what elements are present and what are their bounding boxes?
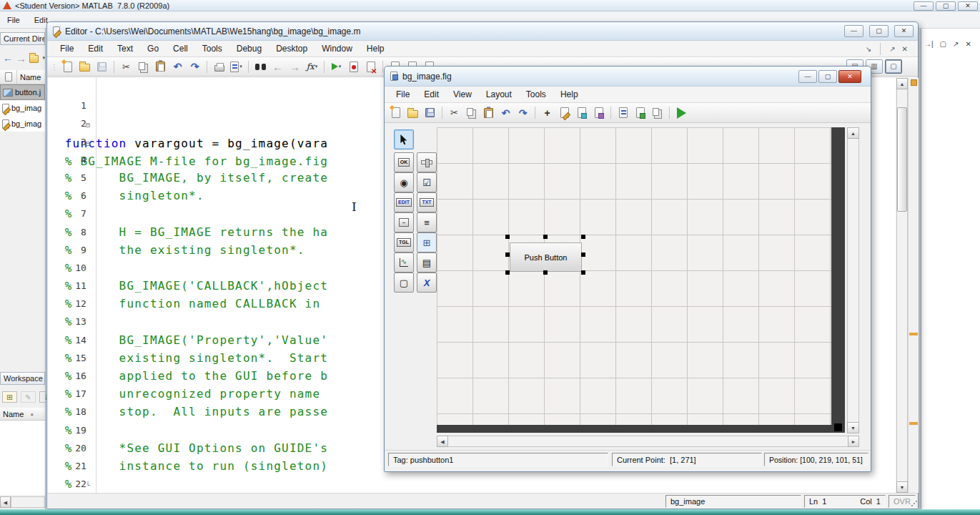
selection-handle-n[interactable] [543, 235, 548, 239]
panel-maximize-icon[interactable]: ▢ [940, 40, 946, 48]
save-file-button[interactable] [94, 59, 109, 74]
guide-save-button[interactable] [422, 105, 437, 120]
static-text-tool[interactable]: TXT [417, 192, 437, 212]
slider-tool[interactable] [417, 152, 437, 172]
panel-close-icon[interactable]: ✕ [965, 40, 971, 48]
folder-caret-icon[interactable]: ▾ [42, 55, 45, 61]
set-breakpoint-button[interactable] [346, 59, 361, 74]
editor-menu-text[interactable]: Text [110, 41, 140, 56]
guide-paste-button[interactable] [481, 105, 496, 120]
run-button[interactable]: ▾ [329, 59, 344, 74]
code-line[interactable]: 23 % Edit the above text to modify the r… [48, 474, 896, 492]
guide-copy-button[interactable] [464, 105, 479, 120]
selection-handle-nw[interactable] [505, 235, 510, 239]
guide-menu-layout[interactable]: Layout [479, 87, 519, 102]
undo-button[interactable]: ↶ [170, 59, 185, 74]
push-button-selection[interactable]: Push Button [508, 237, 583, 273]
editor-dock-icon[interactable]: ↘ [866, 45, 871, 53]
open-file-button[interactable] [77, 59, 92, 74]
selection-handle-e[interactable] [581, 252, 585, 257]
panel-undock-icon[interactable]: ↗ [953, 40, 959, 48]
editor-menu-cell[interactable]: Cell [166, 41, 195, 56]
listbox-tool[interactable]: ≡ [417, 212, 437, 232]
panel-tool[interactable]: ▤ [417, 252, 437, 273]
popup-menu-tool[interactable]: – [394, 212, 414, 232]
edit-text-tool[interactable]: EDIT [394, 192, 414, 212]
select-tool[interactable] [394, 129, 414, 149]
print-preview-button[interactable]: ▾ [229, 59, 244, 74]
guide-layout-canvas[interactable] [437, 127, 831, 425]
object-browser-button[interactable] [650, 105, 665, 120]
go-forward-button[interactable]: → [287, 59, 302, 74]
editor-undock-icon[interactable]: ↗ [889, 45, 895, 53]
canvas-scroll-right[interactable]: ► [848, 436, 859, 447]
file-list-item[interactable]: button.j [0, 84, 45, 100]
editor-scroll-down[interactable]: ▼ [896, 481, 908, 493]
warning-marker-2[interactable] [909, 422, 918, 425]
guide-undo-button[interactable]: ↶ [498, 105, 513, 120]
function-hints-button[interactable]: ƒx ▾ [305, 59, 320, 74]
axes-tool[interactable]: ∿ [394, 252, 414, 273]
canvas-scroll-left[interactable]: ◀ [437, 436, 448, 447]
redo-button[interactable]: ↷ [187, 59, 202, 74]
name-column-header[interactable]: Name [17, 73, 41, 82]
editor-maximize-button[interactable]: ▢ [869, 25, 889, 37]
print-button[interactable] [212, 59, 227, 74]
editor-menu-edit[interactable]: Edit [81, 41, 110, 56]
canvas-scroll-up[interactable]: ▲ [847, 127, 859, 139]
guide-menu-file[interactable]: File [389, 87, 417, 102]
guide-new-button[interactable] [388, 105, 403, 120]
editor-scrollbar-track[interactable]: ▲ ▼ [896, 78, 908, 493]
main-menu-file[interactable]: File [0, 14, 27, 26]
table-tool[interactable]: ⊞ [417, 232, 437, 252]
editor-scroll-up[interactable]: ▲ [896, 78, 908, 89]
mfile-editor-button[interactable] [615, 105, 630, 120]
editor-menu-window[interactable]: Window [315, 41, 360, 56]
panel-dock-icon[interactable]: →| [924, 40, 934, 48]
canvas-vscroll-track[interactable]: ▲ ▼ [847, 127, 859, 433]
matlab-main-titlebar[interactable]: <Student Version> MATLAB 7.8.0 (R2009a) [0, 0, 980, 11]
clear-breakpoints-button[interactable] [363, 59, 378, 74]
radio-button-tool[interactable]: ◉ [394, 172, 414, 192]
workspace-list[interactable] [0, 421, 45, 495]
selection-handle-sw[interactable] [505, 270, 510, 275]
guide-maximize-button[interactable]: ▢ [818, 70, 837, 83]
guide-menu-help[interactable]: Help [553, 87, 585, 102]
editor-doc-close-icon[interactable]: ✕ [902, 45, 908, 53]
current-directory-header[interactable]: Current Dire [0, 32, 45, 45]
checkbox-tool[interactable]: ☑ [417, 172, 437, 192]
guide-open-button[interactable] [405, 105, 420, 120]
guide-redo-button[interactable]: ↷ [515, 105, 530, 120]
activex-tool[interactable]: X [417, 273, 437, 293]
dir-forward-icon[interactable]: → [16, 52, 26, 64]
selection-handle-se[interactable] [581, 270, 585, 275]
push-button-tool[interactable]: OK [394, 152, 414, 172]
editor-close-button[interactable]: ✕ [894, 25, 914, 37]
folder-icon[interactable] [29, 55, 39, 63]
new-file-button[interactable] [60, 59, 75, 74]
workspace-new-variable-icon[interactable]: ⊞ [2, 391, 17, 403]
editor-titlebar[interactable]: Editor - C:\Users\Wei\Documents\MATLAB\W… [47, 22, 918, 41]
button-group-tool[interactable]: ▢ [394, 273, 414, 293]
editor-minimize-button[interactable]: — [844, 25, 863, 37]
split-none-button[interactable]: ▢ [885, 59, 902, 74]
paste-button[interactable] [153, 59, 168, 74]
guide-menu-tools[interactable]: Tools [519, 87, 553, 102]
toggle-button-tool[interactable]: TGL [394, 232, 414, 252]
selection-handle-w[interactable] [505, 252, 510, 257]
menu-editor-button[interactable] [557, 105, 572, 120]
resize-grip[interactable] [911, 500, 917, 506]
property-inspector-button[interactable] [633, 105, 648, 120]
dir-back-icon[interactable]: ← [3, 52, 13, 64]
main-close-button[interactable]: ✕ [958, 1, 978, 11]
toolbar-editor-button[interactable] [591, 105, 606, 120]
workspace-open-icon[interactable]: ✎ [21, 391, 36, 403]
editor-menu-go[interactable]: Go [140, 41, 166, 56]
guide-run-button[interactable] [674, 105, 689, 120]
sort-arrow-icon[interactable]: ▲ [29, 411, 34, 416]
canvas-scroll-down[interactable]: ▼ [847, 422, 859, 433]
guide-cut-button[interactable]: ✂ [447, 105, 462, 120]
guide-minimize-button[interactable]: — [798, 70, 817, 83]
guide-menu-edit[interactable]: Edit [417, 87, 446, 102]
editor-menu-debug[interactable]: Debug [229, 41, 269, 56]
